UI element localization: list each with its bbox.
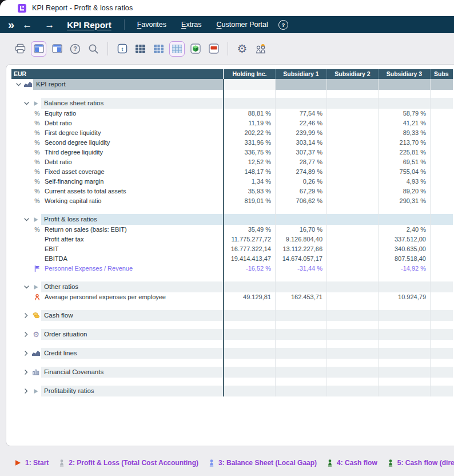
cell[interactable] [430,340,453,348]
row-label-cell[interactable]: %Second degree liquidity [11,138,223,148]
cell[interactable] [430,128,453,138]
report-tab-1[interactable]: 1: Start [15,459,49,467]
row-label[interactable]: Personnel Expenses / Revenue [45,264,133,273]
cell[interactable] [326,292,378,302]
cell[interactable] [275,79,326,90]
cell[interactable] [430,109,453,118]
cell[interactable] [275,206,326,214]
data-row[interactable]: %Working capital ratio819,01 %706,62 %29… [11,196,453,206]
cell[interactable]: 331,96 % [223,138,275,148]
data-row[interactable]: Personnel Expenses / Revenue-16,52 %-31,… [11,264,453,273]
cell[interactable] [326,235,378,244]
row-label-cell[interactable]: %Fixed asset coverage [11,167,223,177]
chevron-right-icon[interactable] [22,332,31,337]
row-label-cell[interactable]: %Debt ratio [11,157,223,167]
cell[interactable] [430,90,453,98]
data-row[interactable]: Profit after tax11.775.277,729.126.804,4… [11,235,453,244]
cell[interactable] [430,206,453,214]
row-label[interactable]: Working capital ratio [45,196,101,206]
column-header-eur[interactable]: EUR [11,69,223,79]
cell[interactable] [223,378,275,386]
cell[interactable]: 303,14 % [275,138,326,148]
cell[interactable] [326,340,378,348]
cell[interactable]: 14.674.057,17 [275,254,326,264]
row-label-cell[interactable]: %Equity ratio [11,109,223,118]
nav-report-title[interactable]: KPI Report [67,20,111,30]
tree-label-cell[interactable]: Profit & loss ratios [11,214,223,225]
tree-row-label[interactable]: Other ratios [41,281,223,292]
row-label-cell[interactable]: Profit after tax [11,235,223,244]
column-header[interactable]: Subsidiary 1 [275,69,326,79]
row-label-cell[interactable]: EBITDA [11,254,223,264]
cell[interactable] [223,359,275,367]
cell[interactable]: 10.924,79 [378,292,430,302]
cell[interactable]: 239,99 % [275,128,326,138]
data-row[interactable]: %Debt ratio11,19 %22,46 %41,21 % [11,118,453,128]
row-label[interactable]: First degree liquidity [45,128,101,138]
text-cell-button[interactable]: t [114,41,130,57]
cell[interactable]: -31,44 % [275,264,326,273]
cell[interactable] [326,79,378,90]
cell[interactable] [430,386,453,396]
cell[interactable] [223,206,275,214]
cell[interactable] [430,214,453,225]
cell[interactable] [223,321,275,329]
cell[interactable] [378,98,430,109]
cell[interactable] [326,196,378,206]
cell[interactable] [223,329,275,340]
cell[interactable] [430,148,453,157]
cell[interactable] [378,321,430,329]
row-label[interactable]: Debt ratio [45,118,72,128]
row-label[interactable]: Second degree liquidity [45,138,110,148]
cell[interactable] [326,167,378,177]
consolidation-pawns-button[interactable] [253,41,268,57]
cell[interactable] [326,359,378,367]
report-tab-2[interactable]: 2: Profit & Loss (Total Cost Accounting) [59,459,198,467]
row-label-cell[interactable]: %Current assets to total assets [11,187,223,196]
cell[interactable] [430,292,453,302]
row-label[interactable]: Third degree liquidity [45,148,103,157]
cell[interactable] [430,310,453,321]
cell[interactable] [430,359,453,367]
data-row[interactable]: %Third degree liquidity336,75 %307,37 %2… [11,148,453,157]
cell[interactable] [275,302,326,310]
cell[interactable] [326,177,378,187]
cell[interactable] [326,98,378,109]
tree-row-kpi-report[interactable]: KPI report [11,79,453,90]
cell[interactable] [223,310,275,321]
cell[interactable]: 290,31 % [378,196,430,206]
grid-dark-button[interactable] [133,41,148,57]
cell[interactable] [378,348,430,359]
row-label-cell[interactable]: %Debt ratio [11,118,223,128]
chevron-right-icon[interactable] [22,313,31,318]
row-label-cell[interactable]: %Third degree liquidity [11,148,223,157]
chevron-right-icon[interactable] [22,370,31,375]
cell[interactable] [430,254,453,264]
cell[interactable] [326,148,378,157]
cell[interactable] [430,167,453,177]
forward-arrow-icon[interactable]: → [45,20,54,30]
cell[interactable] [378,340,430,348]
tree-row-label[interactable]: Order situation [41,329,223,340]
cell[interactable] [378,273,430,281]
layout-right-button[interactable] [49,41,65,57]
cell[interactable] [326,254,378,264]
cell[interactable] [430,138,453,148]
cell[interactable] [378,281,430,292]
cell[interactable] [378,386,430,396]
cell[interactable] [326,187,378,196]
cell[interactable] [275,348,326,359]
cell[interactable] [430,378,453,386]
cell[interactable] [223,79,275,90]
chevron-down-icon[interactable] [22,102,31,105]
cell[interactable] [430,321,453,329]
cell[interactable] [326,118,378,128]
cell[interactable] [326,367,378,378]
cell[interactable]: 35,93 % [223,187,275,196]
data-row[interactable]: EBIT16.777.322,1413.112.227,66340.635,00 [11,244,453,254]
tree-label-cell[interactable]: Other ratios [11,281,223,292]
cell[interactable]: 16,70 % [275,225,326,235]
cell[interactable] [326,310,378,321]
cell[interactable]: 49.129,81 [223,292,275,302]
row-label[interactable]: Return on sales (basis: EBIT) [45,225,127,235]
